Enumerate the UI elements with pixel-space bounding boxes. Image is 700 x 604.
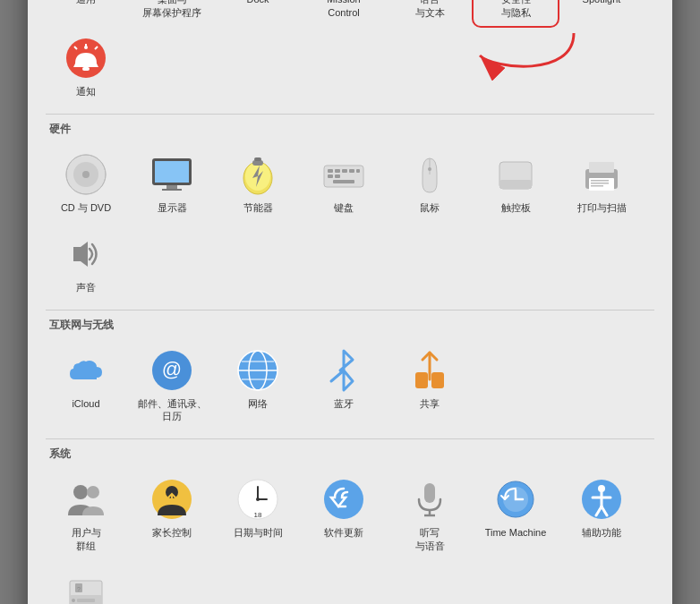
icloud-label: iCloud: [72, 397, 99, 410]
parental-icon: [149, 476, 195, 523]
print-label: 打印与扫描: [577, 201, 627, 214]
item-notifications[interactable]: 通知: [46, 30, 126, 103]
svg-text:@: @: [162, 358, 182, 380]
svg-text:18: 18: [254, 511, 262, 519]
sound-icon: [63, 231, 109, 277]
svg-rect-100: [77, 599, 95, 602]
notifications-label: 通知: [76, 85, 96, 98]
section-internet: 互联网与无线 iCloud: [46, 318, 654, 429]
svg-point-84: [256, 498, 260, 501]
svg-rect-45: [328, 169, 333, 173]
keyboard-icon: [320, 151, 367, 198]
icloud-icon: [63, 347, 109, 394]
item-language[interactable]: 语言与文本: [389, 0, 470, 24]
section-title-hardware: 硬件: [46, 122, 654, 137]
svg-rect-49: [356, 169, 360, 173]
svg-rect-62: [591, 185, 603, 187]
software-update-icon: [320, 476, 367, 523]
datetime-label: 日期与时间: [234, 526, 283, 539]
icon-grid-system: 用户与群组 家: [46, 471, 654, 604]
item-mission[interactable]: MissionControl: [303, 0, 384, 24]
dictation-icon: [406, 476, 453, 523]
svg-rect-56: [499, 180, 532, 189]
trackpad-icon: [492, 151, 539, 198]
item-trackpad[interactable]: 触控板: [475, 146, 556, 219]
mouse-label: 鼠标: [420, 201, 440, 214]
svg-rect-47: [342, 169, 347, 173]
icon-grid-internet: iCloud @ 邮件、通讯录、日历: [46, 342, 654, 429]
energy-label: 节能器: [243, 201, 273, 214]
item-mouse[interactable]: 鼠标: [389, 146, 470, 219]
bluetooth-label: 蓝牙: [334, 397, 354, 410]
display-icon: [149, 151, 195, 198]
item-general[interactable]: A 通用: [46, 0, 126, 24]
item-users[interactable]: 用户与群组: [46, 471, 126, 557]
users-icon: [63, 476, 109, 523]
spotlight-label: Spotlight: [583, 0, 621, 6]
svg-rect-46: [335, 169, 340, 173]
svg-point-34: [82, 171, 90, 178]
item-dock[interactable]: Dock: [218, 0, 298, 24]
mouse-icon: [406, 151, 453, 198]
item-dictation[interactable]: 听写与语音: [389, 471, 470, 557]
svg-rect-43: [254, 157, 261, 161]
language-label: 语言与文本: [415, 0, 445, 19]
sharing-label: 共享: [420, 397, 440, 410]
item-energy[interactable]: 节能器: [218, 146, 298, 219]
svg-rect-52: [333, 180, 354, 183]
item-security[interactable]: 安全性与隐私: [475, 0, 556, 24]
item-time-machine[interactable]: Time Machine: [475, 471, 556, 557]
svg-text:?: ?: [77, 586, 81, 592]
energy-icon: [235, 151, 281, 198]
item-datetime[interactable]: 18 日期与时间: [218, 471, 298, 557]
trackpad-label: 触控板: [501, 201, 531, 214]
item-bluetooth[interactable]: 蓝牙: [303, 342, 384, 429]
sharing-icon: [406, 347, 453, 394]
item-icloud[interactable]: iCloud: [46, 342, 126, 429]
item-startup[interactable]: ? 启动磁盘: [46, 563, 126, 604]
item-display[interactable]: 显示器: [132, 146, 212, 219]
svg-rect-48: [349, 169, 354, 173]
item-parental[interactable]: 家长控制: [132, 471, 212, 557]
item-sharing[interactable]: 共享: [389, 342, 470, 429]
section-system: 系统 用户与群组: [46, 447, 654, 604]
item-spotlight[interactable]: Spotlight: [561, 0, 642, 24]
divider-1: [46, 114, 654, 115]
network-icon: [235, 347, 281, 394]
notifications-icon: [63, 35, 109, 81]
svg-rect-51: [335, 174, 340, 178]
sound-label: 声音: [76, 281, 96, 293]
mission-label: MissionControl: [327, 0, 360, 19]
svg-rect-38: [166, 185, 177, 189]
item-cd-dvd[interactable]: CD 与 DVD: [46, 146, 126, 219]
svg-point-54: [428, 167, 431, 171]
svg-rect-72: [415, 372, 428, 388]
users-label: 用户与群组: [72, 526, 101, 552]
item-keyboard[interactable]: 键盘: [303, 146, 384, 219]
icon-grid-personal: A 通用: [46, 0, 654, 103]
svg-rect-60: [591, 180, 609, 182]
icon-grid-hardware: CD 与 DVD 显示器: [46, 146, 654, 299]
bluetooth-icon: [320, 347, 367, 394]
desktop-label: 桌面与屏幕保护程序: [142, 0, 201, 19]
item-desktop[interactable]: 桌面与屏幕保护程序: [132, 0, 212, 24]
item-network[interactable]: 网络: [218, 342, 298, 429]
item-print[interactable]: 打印与扫描: [561, 146, 642, 219]
svg-rect-86: [424, 483, 435, 503]
section-title-internet: 互联网与无线: [46, 318, 654, 333]
svg-rect-50: [328, 174, 333, 178]
general-label: 通用: [76, 0, 96, 6]
svg-rect-61: [591, 183, 609, 184]
datetime-icon: 18: [235, 476, 281, 523]
divider-2: [46, 310, 654, 311]
item-accessibility[interactable]: 辅助功能: [561, 471, 642, 557]
item-sound[interactable]: 声音: [46, 225, 126, 299]
section-title-system: 系统: [46, 447, 654, 462]
svg-point-99: [72, 599, 75, 602]
svg-rect-37: [155, 161, 189, 183]
main-window: 系统偏好设置 ◀ ▶ 全部显示 🔍 个人: [28, 0, 672, 604]
item-mail[interactable]: @ 邮件、通讯录、日历: [132, 342, 212, 429]
startup-icon: ?: [63, 568, 109, 604]
item-software-update[interactable]: 软件更新: [303, 471, 384, 557]
accessibility-icon: [578, 476, 625, 523]
